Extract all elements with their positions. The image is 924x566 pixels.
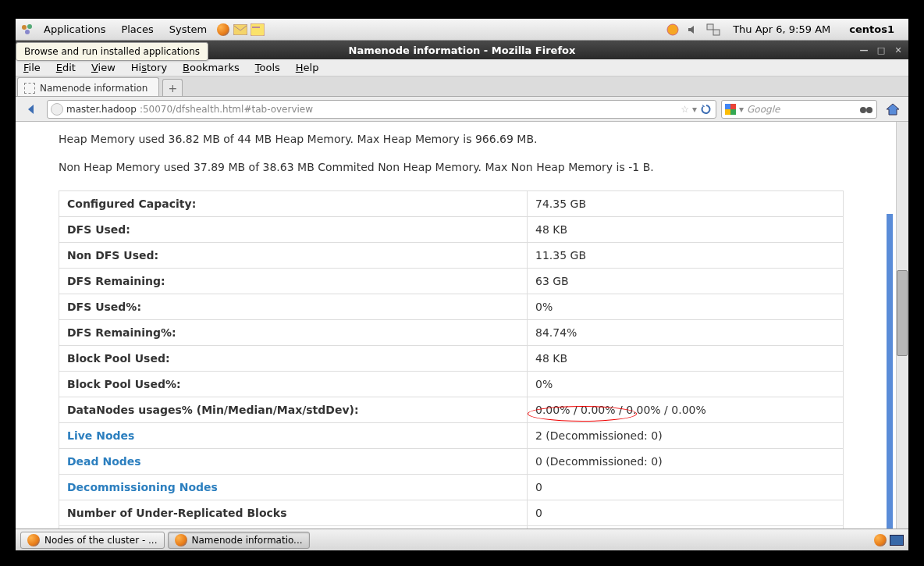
value-cell: 2 (Decommissioned: 0)	[528, 423, 844, 449]
google-icon	[725, 104, 736, 115]
mail-launcher-icon[interactable]	[233, 23, 247, 37]
value-cell: 74.35 GB	[528, 191, 844, 217]
url-path: :50070/dfshealth.html#tab-overview	[140, 104, 313, 115]
menu-file[interactable]: File	[16, 59, 48, 76]
svg-rect-7	[707, 24, 713, 30]
value-cell: 0.00% / 0.00% / 0.00% / 0.00%	[528, 397, 844, 423]
maximize-button[interactable]: □	[876, 44, 887, 55]
url-host: master.hadoop	[66, 104, 137, 115]
value-cell: 48 KB	[528, 217, 844, 243]
firefox-icon	[27, 534, 40, 546]
url-bar[interactable]: master.hadoop:50070/dfshealth.html#tab-o…	[47, 100, 716, 119]
table-row: Dead Nodes0 (Decommissioned: 0)	[59, 449, 844, 475]
heap-memory-text: Heap Memory used 36.82 MB of 44 MB Heap …	[16, 130, 887, 148]
clock[interactable]: Thu Apr 6, 9:59 AM	[727, 22, 837, 37]
menu-tools[interactable]: Tools	[247, 59, 288, 76]
table-row: Configured Capacity:74.35 GB	[59, 191, 844, 217]
menu-system[interactable]: System	[163, 22, 213, 37]
window-title: Namenode information - Mozilla Firefox	[349, 44, 576, 56]
tab-title: Namenode information	[40, 83, 147, 94]
value-cell: 84.74%	[528, 320, 844, 346]
scrollbar-track[interactable]	[896, 122, 908, 529]
svg-rect-4	[251, 23, 265, 36]
table-row: Non DFS Used:11.35 GB	[59, 243, 844, 269]
value-cell: 63 GB	[528, 269, 844, 294]
table-row: DFS Remaining:63 GB	[59, 269, 844, 294]
task-namenode[interactable]: Namenode informatio...	[168, 532, 310, 549]
label-cell: DFS Remaining%:	[59, 320, 528, 346]
svg-rect-10	[730, 104, 736, 109]
binoculars-icon[interactable]	[859, 104, 873, 115]
value-cell: 0	[528, 500, 844, 526]
svg-rect-12	[730, 109, 736, 115]
svg-rect-3	[233, 24, 247, 35]
menu-places[interactable]: Places	[115, 22, 159, 37]
svg-point-0	[22, 25, 27, 30]
menu-help[interactable]: Help	[288, 59, 327, 76]
back-button[interactable]	[20, 99, 42, 119]
tab-bar: Namenode information +	[16, 77, 908, 97]
menu-edit[interactable]: Edit	[48, 59, 84, 76]
page-content: Heap Memory used 36.82 MB of 44 MB Heap …	[16, 122, 887, 529]
firefox-tray-icon[interactable]	[874, 534, 887, 546]
menu-view[interactable]: View	[84, 59, 123, 76]
svg-rect-5	[252, 27, 260, 28]
site-identity-icon[interactable]	[51, 103, 63, 116]
task-nodes[interactable]: Nodes of the cluster - ...	[20, 532, 165, 549]
label-cell: DFS Used:	[59, 217, 528, 243]
svg-point-14	[866, 107, 872, 113]
reload-icon[interactable]	[700, 103, 713, 116]
link-cell[interactable]: Decommissioning Nodes	[59, 475, 528, 500]
firefox-menubar: File Edit View History Bookmarks Tools H…	[16, 59, 908, 77]
scrollbar-thumb[interactable]	[897, 270, 908, 356]
table-row: Live Nodes2 (Decommissioned: 0)	[59, 423, 844, 449]
minimize-button[interactable]: —	[858, 44, 869, 55]
tab-favicon	[24, 83, 35, 94]
label-cell: Configured Capacity:	[59, 191, 528, 217]
bottom-panel: Nodes of the cluster - ... Namenode info…	[16, 529, 908, 550]
distro-icon	[20, 23, 34, 37]
firefox-launcher-icon[interactable]	[216, 23, 230, 37]
user-menu[interactable]: centos1	[843, 22, 901, 37]
value-cell: 11.35 GB	[528, 243, 844, 269]
top-panel: Applications Places System Thu Apr 6, 9:…	[16, 19, 908, 41]
table-row: Block Pool Used:48 KB	[59, 346, 844, 372]
svg-point-6	[667, 24, 678, 35]
svg-rect-8	[713, 30, 720, 35]
link-cell[interactable]: Live Nodes	[59, 423, 528, 449]
table-row: DFS Used%:0%	[59, 294, 844, 320]
tab-namenode[interactable]: Namenode information	[17, 77, 159, 96]
table-row: DFS Used:48 KB	[59, 217, 844, 243]
highlight-bar	[887, 214, 893, 529]
volume-icon[interactable]	[686, 23, 700, 37]
task-label: Nodes of the cluster - ...	[44, 535, 158, 546]
value-cell: 0%	[528, 294, 844, 320]
label-cell: Block Pool Used%:	[59, 372, 528, 397]
update-icon[interactable]	[666, 23, 680, 37]
home-button[interactable]	[882, 99, 904, 119]
applications-tooltip: Browse and run installed applications	[16, 42, 208, 61]
label-cell: Number of Blocks Pending Deletion	[59, 526, 528, 529]
firefox-icon	[175, 534, 187, 546]
menu-bookmarks[interactable]: Bookmarks	[175, 59, 247, 76]
close-button[interactable]: ✕	[893, 44, 904, 55]
new-tab-button[interactable]: +	[162, 79, 183, 96]
menu-history[interactable]: History	[123, 59, 175, 76]
task-label: Namenode informatio...	[192, 535, 303, 546]
value-cell: 0%	[528, 372, 844, 397]
label-cell: Number of Under-Replicated Blocks	[59, 500, 528, 526]
label-cell: Block Pool Used:	[59, 346, 528, 372]
svg-point-13	[860, 107, 866, 113]
label-cell: Non DFS Used:	[59, 243, 528, 269]
nav-toolbar: master.hadoop:50070/dfshealth.html#tab-o…	[16, 97, 908, 122]
workspace-switcher[interactable]	[890, 535, 904, 546]
bookmark-star-icon[interactable]: ☆	[681, 104, 689, 115]
search-bar[interactable]: ▾ Google	[721, 100, 877, 119]
menu-applications[interactable]: Applications	[37, 22, 112, 37]
value-cell: 0 (Decommissioned: 0)	[528, 449, 844, 475]
svg-rect-11	[725, 109, 730, 115]
notes-launcher-icon[interactable]	[251, 23, 265, 37]
network-icon[interactable]	[706, 23, 720, 37]
link-cell[interactable]: Dead Nodes	[59, 449, 528, 475]
svg-point-2	[25, 30, 30, 34]
